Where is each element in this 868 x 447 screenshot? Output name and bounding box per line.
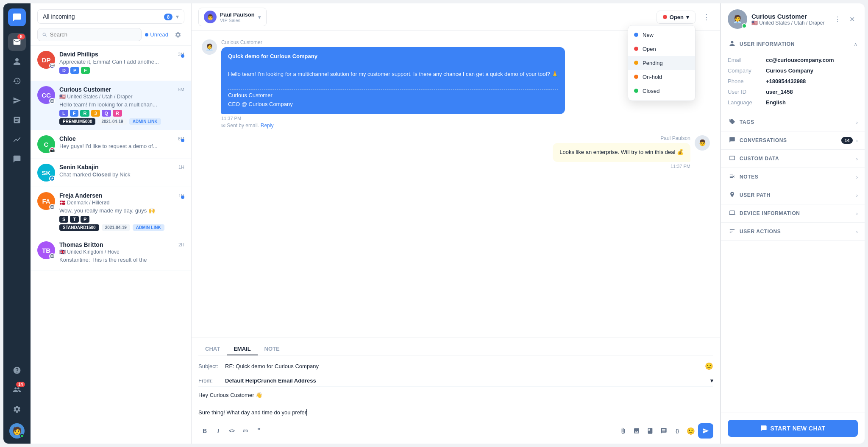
userid-label: User ID	[728, 89, 762, 95]
status-option-pending[interactable]: Pending	[628, 56, 695, 70]
tab-note[interactable]: NOTE	[258, 343, 287, 355]
bold-btn[interactable]: B	[198, 425, 211, 437]
agent-avatar: 👨	[204, 11, 217, 23]
conv-item-chloe[interactable]: C 📷 Chloe 6M Hey guys! I'd like to reque…	[31, 130, 191, 159]
conv-tags-freja: S T P	[59, 216, 184, 223]
nav-history[interactable]	[8, 72, 26, 90]
quote-btn[interactable]: "	[253, 425, 265, 437]
nav-help[interactable]	[8, 361, 26, 379]
status-dot	[663, 15, 667, 19]
msg-sender-customer: Curious Customer	[221, 39, 565, 45]
device-info-icon	[728, 210, 736, 217]
badge-date: 2021-04-19	[98, 118, 126, 125]
emoji-btn[interactable]: 🙂	[705, 362, 713, 370]
conv-item-curious[interactable]: CC ✉ Curious Customer 5M 🇺🇸 United State…	[31, 81, 191, 130]
conversations-header[interactable]: CONVERSATIONS 14 ›	[721, 131, 865, 149]
conv-badges-freja: STANDARD1500 2021-04-19 ADMIN LINK	[59, 224, 184, 231]
emoji-picker-btn[interactable]: 🙂	[684, 425, 697, 437]
search-icon	[42, 32, 47, 38]
send-button[interactable]	[698, 423, 713, 439]
image-btn[interactable]	[630, 425, 643, 437]
close-panel-btn[interactable]: ✕	[846, 13, 858, 25]
status-option-new[interactable]: New	[628, 28, 695, 42]
user-avatar[interactable]: 🧑	[9, 423, 25, 439]
tag-q: Q	[102, 110, 111, 117]
unread-indicator-freja	[181, 196, 184, 199]
user-info-chevron-icon: ∧	[854, 41, 858, 47]
status-option-closed[interactable]: Closed	[628, 84, 695, 98]
status-dropdown-wrap: Open ▾ New Open Pending	[657, 11, 696, 24]
tags-header[interactable]: TAGS ›	[721, 113, 865, 131]
from-select[interactable]: Default HelpCrunch Email Address ▾	[225, 377, 713, 384]
template-btn[interactable]	[657, 425, 670, 437]
user-actions-title: USER ACTIONS	[740, 229, 853, 235]
nav-campaigns[interactable]	[8, 92, 26, 109]
nav-team[interactable]: 14	[8, 381, 26, 399]
notes-title: NOTES	[740, 174, 853, 180]
filter-select[interactable]: All incoming 8 ▾	[37, 9, 184, 24]
status-option-onhold[interactable]: On-hold	[628, 70, 695, 84]
nav-knowledge[interactable]	[8, 111, 26, 129]
conv-item-david[interactable]: DP 💬 David Phillips 3M Appreciate it, Em…	[31, 46, 191, 81]
conversation-list: All incoming 8 ▾ Unread	[31, 3, 192, 444]
badge-admin-freja: ADMIN LINK	[133, 224, 164, 231]
compose-from-field: From: Default HelpCrunch Email Address ▾	[198, 375, 713, 387]
tab-chat[interactable]: CHAT	[198, 343, 227, 355]
conv-time-senin: 1H	[178, 165, 184, 170]
user-info-header[interactable]: USER INFORMATION ∧	[721, 35, 865, 53]
conv-item-thomas[interactable]: TB ✉ Thomas Britton 2H 🇬🇧 United Kingdom…	[31, 236, 191, 271]
chat-more-btn[interactable]: ⋮	[700, 10, 713, 24]
status-option-open[interactable]: Open	[628, 42, 695, 56]
right-header-actions: ⋮ ✕	[832, 13, 858, 25]
device-info-header[interactable]: DEVICE INFORMATION ›	[721, 204, 865, 222]
nav-inbox[interactable]: 8	[8, 33, 26, 51]
settings-gear-btn[interactable]	[172, 28, 184, 41]
section-user-info: USER INFORMATION ∧ Email cc@curiouscompa…	[721, 35, 865, 113]
tag-t: T	[70, 216, 79, 223]
attach-btn[interactable]	[617, 425, 629, 437]
subject-value[interactable]: RE: Quick demo for Curious Company	[225, 363, 701, 369]
agent-select[interactable]: 👨 Paul Paulson VIP Sales ▾	[198, 8, 267, 26]
conversations-icon	[728, 137, 736, 144]
nav-reports[interactable]	[8, 131, 26, 148]
section-custom-data: CUSTOM DATA ›	[721, 150, 865, 168]
conv-badges-curious: PREMIUM5000 2021-04-19 ADMIN LINK	[59, 118, 184, 125]
open-dot	[634, 47, 638, 51]
left-navigation: 8	[3, 3, 31, 444]
conv-item-freja[interactable]: FA ✉ Freja Andersen 1H 🇩🇰 Denmark / Hill…	[31, 187, 191, 236]
nav-contacts[interactable]	[8, 53, 26, 70]
compose-body[interactable]: Hey Curious Customer 👋 Sure thing! What …	[198, 388, 713, 420]
notes-header[interactable]: NOTES ›	[721, 168, 865, 186]
nav-chat[interactable]	[8, 150, 26, 168]
conv-content-senin: Senin Kabajin 1H Chat marked Closed by N…	[59, 164, 184, 180]
tab-email[interactable]: EMAIL	[227, 343, 257, 355]
code-btn[interactable]: <>	[225, 425, 238, 437]
conv-content-curious: Curious Customer 5M 🇺🇸 United States / U…	[59, 86, 184, 125]
more-options-btn[interactable]: ⋮	[832, 13, 843, 25]
code-block-btn[interactable]: {}	[671, 425, 684, 437]
conv-avatar-david: DP 💬	[37, 51, 55, 69]
conv-item-senin[interactable]: SK ✈ Senin Kabajin 1H Chat marked Closed…	[31, 159, 191, 187]
start-new-chat-button[interactable]: START NEW CHAT	[728, 420, 858, 437]
kb-btn[interactable]	[644, 425, 657, 437]
email-value: cc@curiouscompany.com	[766, 57, 834, 63]
user-actions-header[interactable]: USER ACTIONS ›	[721, 223, 865, 240]
company-label: Company	[728, 67, 762, 74]
link-btn[interactable]	[239, 425, 252, 437]
custom-data-header[interactable]: CUSTOM DATA ›	[721, 150, 865, 168]
app-logo[interactable]	[8, 8, 26, 26]
filter-label: All incoming	[43, 13, 75, 20]
channel-badge-freja: ✉	[49, 204, 55, 210]
nav-settings[interactable]	[8, 400, 26, 418]
right-sections: USER INFORMATION ∧ Email cc@curiouscompa…	[721, 35, 865, 413]
person-icon	[728, 40, 736, 48]
italic-btn[interactable]: I	[212, 425, 225, 437]
conv-name-thomas: Thomas Britton	[59, 241, 103, 248]
user-path-header[interactable]: USER PATH ›	[721, 186, 865, 204]
unread-filter-btn[interactable]: Unread	[145, 31, 168, 38]
reply-link[interactable]: Reply	[261, 123, 274, 129]
search-input[interactable]	[50, 31, 137, 38]
tag-p2: P	[81, 216, 89, 223]
from-value: Default HelpCrunch Email Address	[225, 377, 316, 384]
status-button[interactable]: Open ▾	[657, 11, 696, 24]
